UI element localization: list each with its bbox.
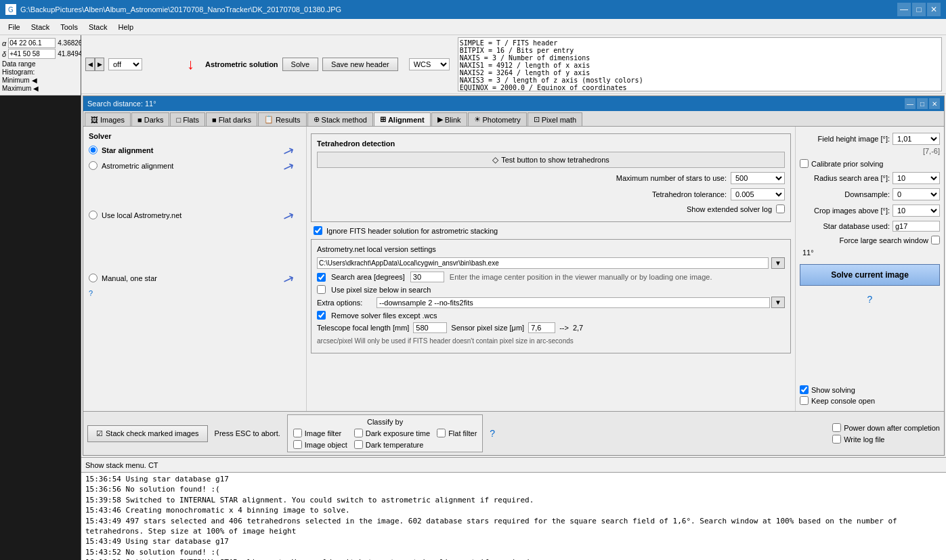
- star-alignment-radio[interactable]: [89, 146, 98, 154]
- close-button[interactable]: ✕: [927, 3, 941, 16]
- off-dropdown[interactable]: off: [108, 58, 142, 70]
- coords-hint-row: [7,-6]: [800, 147, 940, 155]
- degrees-hint: 11°: [800, 249, 940, 257]
- menu-stack2[interactable]: Stack: [83, 22, 113, 33]
- min-arrow[interactable]: ◀: [32, 77, 37, 84]
- extra-options-dropdown-btn[interactable]: ▼: [771, 297, 785, 308]
- wcs-dropdown[interactable]: WCS: [409, 58, 450, 70]
- astrometry-path-row: ▼: [317, 257, 785, 269]
- crop-dropdown[interactable]: 10: [893, 204, 940, 217]
- manual-star-radio[interactable]: [89, 274, 98, 282]
- tab-results[interactable]: 📋Results: [258, 112, 307, 126]
- flat-filter-checkbox[interactable]: [437, 429, 446, 437]
- tab-photometry-icon: ☀: [474, 115, 481, 124]
- tab-flats-label: Flats: [183, 116, 199, 124]
- maximize-button[interactable]: □: [912, 3, 926, 16]
- tab-images-icon: 🖼: [91, 116, 98, 124]
- tolerance-row: Tetrahedron tolerance: 0.005: [317, 188, 785, 200]
- tab-images[interactable]: 🖼Images: [85, 112, 131, 126]
- calibrate-checkbox[interactable]: [800, 159, 809, 168]
- help-question-link[interactable]: ?: [89, 289, 93, 297]
- minimize-button[interactable]: —: [897, 3, 911, 16]
- ignore-fits-row: Ignore FITS header solution for astromet…: [314, 226, 788, 235]
- write-log-checkbox[interactable]: [832, 435, 841, 444]
- arcsec-hint-label: arcsec/pixel Will only be used if FITS h…: [317, 337, 574, 345]
- tab-flats[interactable]: □Flats: [170, 112, 205, 126]
- fits-line-5: NAXIS2 = 3264 / length of y axis: [460, 69, 940, 77]
- max-stars-dropdown[interactable]: 500: [731, 172, 785, 184]
- keep-console-checkbox[interactable]: [800, 396, 809, 405]
- dark-exposure-checkbox[interactable]: [354, 429, 363, 437]
- astro-solution-label: Astrometric solution: [205, 60, 278, 68]
- tab-darks[interactable]: ■Darks: [131, 112, 169, 126]
- image-filter-checkbox[interactable]: [293, 429, 302, 437]
- test-tetrahedron-label: Test button to show tetrahedrons: [501, 156, 609, 164]
- nav-right-button[interactable]: ▶: [95, 58, 104, 71]
- classify-col1: Image filter Image object: [293, 429, 347, 449]
- max-arrow[interactable]: ◀: [33, 85, 39, 92]
- menu-help[interactable]: Help: [112, 22, 139, 33]
- star-alignment-row: Star alignment ↙: [89, 146, 301, 154]
- solve-current-button[interactable]: Solve current image: [800, 264, 940, 286]
- arrow-label: -->: [559, 324, 569, 332]
- save-new-header-button[interactable]: Save new header: [322, 58, 398, 71]
- extra-options-input-container: ▼: [377, 297, 785, 308]
- delta-input[interactable]: [8, 49, 56, 59]
- downsample-dropdown[interactable]: 0: [893, 188, 940, 200]
- solver-minimize-button[interactable]: —: [905, 98, 916, 109]
- alpha-input[interactable]: [8, 38, 56, 48]
- tab-blink[interactable]: ▶Blink: [431, 112, 467, 126]
- test-tetrahedron-button[interactable]: ◇ Test button to show tetrahedrons: [317, 152, 785, 168]
- extra-options-input[interactable]: [377, 297, 770, 308]
- tab-stack-method[interactable]: ⊕Stack method: [307, 112, 373, 126]
- solver-maximize-button[interactable]: □: [917, 98, 928, 109]
- status-text: Show stack menu. CT: [85, 461, 158, 469]
- force-large-checkbox[interactable]: [931, 236, 940, 244]
- show-solving-checkbox[interactable]: [800, 385, 809, 394]
- menu-file[interactable]: File: [3, 22, 26, 33]
- image-object-checkbox[interactable]: [293, 440, 302, 449]
- solver-close-button[interactable]: ✕: [929, 98, 940, 109]
- field-height-dropdown[interactable]: 1,01: [893, 133, 940, 145]
- solver-titlebar-controls: — □ ✕: [905, 98, 940, 109]
- ignore-fits-checkbox[interactable]: [314, 226, 322, 235]
- tolerance-dropdown[interactable]: 0.005: [731, 188, 785, 200]
- image-preview: [0, 95, 81, 560]
- astrometry-path-input[interactable]: [317, 257, 769, 269]
- dark-temperature-checkbox[interactable]: [354, 440, 363, 449]
- image-object-row: Image object: [293, 440, 347, 449]
- use-pixel-row: Use pixel size below in search: [317, 285, 785, 294]
- search-area-checkbox[interactable]: [317, 273, 326, 282]
- stack-check-button[interactable]: ☑ Stack check marked images: [87, 425, 208, 442]
- remove-solver-checkbox[interactable]: [317, 311, 326, 320]
- radius-search-row: Radius search area [°]: 10: [800, 172, 940, 184]
- local-astrometry-radio[interactable]: [89, 211, 98, 219]
- astrometry-section-title: Astrometry.net local version settings: [317, 245, 785, 253]
- tabs-bar: 🖼Images ■Darks □Flats ■Flat darks 📋Resul…: [83, 111, 944, 127]
- menu-tools[interactable]: Tools: [55, 22, 83, 33]
- help-right-link[interactable]: ?: [867, 294, 873, 305]
- astrometric-alignment-option: Astrometric alignment: [89, 161, 301, 170]
- tab-pixel-math[interactable]: ⊡Pixel math: [528, 112, 582, 126]
- focal-length-input[interactable]: [413, 322, 447, 333]
- use-pixel-checkbox[interactable]: [317, 285, 326, 294]
- tab-alignment[interactable]: ⊞Alignment: [374, 112, 431, 126]
- classify-help-link[interactable]: ?: [490, 428, 495, 439]
- power-down-checkbox[interactable]: [832, 423, 841, 432]
- astrometric-alignment-radio[interactable]: [89, 161, 98, 170]
- sensor-pixel-input[interactable]: [528, 322, 555, 333]
- star-db-input[interactable]: [893, 221, 940, 232]
- tab-flat-darks-label: Flat darks: [219, 116, 251, 124]
- solve-button[interactable]: Solve: [282, 58, 319, 71]
- alignment-options-panel: Solver Star alignment ↙: [83, 127, 307, 411]
- menu-stack[interactable]: Stack: [26, 22, 56, 33]
- astrometry-path-dropdown-btn[interactable]: ▼: [771, 257, 785, 269]
- nav-left-button[interactable]: ◀: [85, 58, 95, 71]
- show-log-checkbox[interactable]: [776, 204, 785, 213]
- radius-search-dropdown[interactable]: 10: [893, 172, 940, 184]
- header-top-bar: ◀ ▶ off ↓ Astrometric solution Solve Sav…: [81, 35, 946, 94]
- right-params-panel: Field height image [°]: 1,01 [7,-6]: [795, 127, 944, 411]
- tab-flat-darks[interactable]: ■Flat darks: [206, 112, 257, 126]
- tab-photometry[interactable]: ☀Photometry: [468, 112, 527, 126]
- search-area-input[interactable]: [410, 272, 444, 282]
